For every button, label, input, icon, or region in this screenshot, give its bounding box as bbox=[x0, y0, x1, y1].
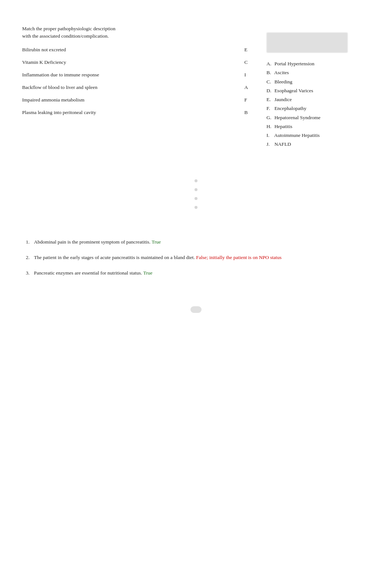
match-answer: A bbox=[244, 84, 252, 90]
tf-list: 1. Abdominal pain is the prominent sympt… bbox=[22, 238, 370, 277]
bottom-dot-area bbox=[22, 306, 370, 313]
dot-3 bbox=[195, 197, 197, 200]
answer-text: Esophageal Varices bbox=[274, 88, 313, 93]
answer-option: D. Esophageal Varices bbox=[267, 87, 370, 94]
redacted-content bbox=[267, 32, 348, 53]
answer-letter: C. bbox=[267, 78, 273, 86]
answer-text: Hepatorenal Syndrome bbox=[274, 115, 320, 120]
answer-option: F. Encephalopathy bbox=[267, 105, 370, 112]
match-row: Impaired ammonia metabolism F bbox=[22, 97, 252, 103]
match-row: Vitamin K Deficiency C bbox=[22, 59, 252, 65]
answer-option: A. Portal Hypertension bbox=[267, 60, 370, 68]
tf-number: 3. bbox=[22, 269, 30, 277]
answer-text: Bleeding bbox=[274, 79, 292, 84]
match-answer: E bbox=[244, 47, 252, 53]
tf-item: 2. The patient in the early stages of ac… bbox=[22, 254, 370, 261]
matching-right: A. Portal HypertensionB. AscitesC. Bleed… bbox=[267, 25, 370, 150]
match-row: Backflow of blood to liver and spleen A bbox=[22, 84, 252, 90]
match-row: Plasma leaking into peritoneal cavity B bbox=[22, 110, 252, 115]
dot-1 bbox=[195, 179, 197, 182]
answer-letter: G. bbox=[267, 114, 273, 121]
answer-option: H. Hepatitis bbox=[267, 123, 370, 130]
answer-text: Portal Hypertension bbox=[274, 61, 314, 66]
answer-text: Jaundice bbox=[274, 97, 292, 102]
tf-number: 1. bbox=[22, 238, 30, 246]
answer-option: C. Bleeding bbox=[267, 78, 370, 86]
answer-text: NAFLD bbox=[274, 141, 291, 147]
tf-section: 1. Abdominal pain is the prominent sympt… bbox=[22, 238, 370, 277]
answer-option: G. Hepatorenal Syndrome bbox=[267, 114, 370, 121]
dot-4 bbox=[195, 206, 197, 209]
tf-answer: False; initially the patient is on NPO s… bbox=[196, 255, 281, 260]
answer-option: E. Jaundice bbox=[267, 96, 370, 103]
answer-option: I. Autoimmune Hepatitis bbox=[267, 132, 370, 139]
answer-letter: E. bbox=[267, 96, 273, 103]
answer-letter: A. bbox=[267, 60, 273, 68]
answer-text: Ascites bbox=[274, 70, 289, 75]
matching-instruction: Match the proper pathophysiologic descri… bbox=[22, 25, 252, 40]
tf-text: Abdominal pain is the prominent symptom … bbox=[34, 238, 370, 246]
match-description: Plasma leaking into peritoneal cavity bbox=[22, 110, 240, 115]
tf-item: 1. Abdominal pain is the prominent sympt… bbox=[22, 238, 370, 246]
matching-section: Match the proper pathophysiologic descri… bbox=[22, 25, 370, 150]
tf-item: 3. Pancreatic enzymes are essential for … bbox=[22, 269, 370, 277]
tf-text: Pancreatic enzymes are essential for nut… bbox=[34, 269, 370, 277]
answer-letter: J. bbox=[267, 141, 273, 148]
dot-2 bbox=[195, 188, 197, 191]
tf-text: The patient in the early stages of acute… bbox=[34, 254, 370, 261]
match-row: Bilirubin not excreted E bbox=[22, 47, 252, 53]
divider-area bbox=[22, 165, 370, 224]
tf-answer: True bbox=[143, 270, 152, 276]
match-description: Vitamin K Deficiency bbox=[22, 59, 240, 65]
match-rows-container: Bilirubin not excreted E Vitamin K Defic… bbox=[22, 47, 252, 115]
answer-letter: D. bbox=[267, 87, 273, 94]
match-description: Bilirubin not excreted bbox=[22, 47, 240, 53]
match-answer: B bbox=[244, 110, 252, 115]
match-answer: I bbox=[244, 72, 252, 78]
answer-text: Hepatitis bbox=[274, 124, 292, 129]
match-row: Inflammation due to immune response I bbox=[22, 72, 252, 78]
matching-left: Match the proper pathophysiologic descri… bbox=[22, 25, 252, 150]
match-description: Backflow of blood to liver and spleen bbox=[22, 84, 240, 90]
match-answer: C bbox=[244, 59, 252, 65]
answer-list: A. Portal HypertensionB. AscitesC. Bleed… bbox=[267, 60, 370, 148]
answer-option: J. NAFLD bbox=[267, 141, 370, 148]
answer-letter: H. bbox=[267, 123, 273, 130]
answer-text: Encephalopathy bbox=[274, 106, 306, 111]
tf-number: 2. bbox=[22, 254, 30, 261]
bottom-dot bbox=[190, 306, 202, 313]
answer-letter: F. bbox=[267, 105, 273, 112]
answer-letter: I. bbox=[267, 132, 273, 139]
match-answer: F bbox=[244, 97, 252, 103]
match-description: Impaired ammonia metabolism bbox=[22, 97, 240, 103]
tf-answer: True bbox=[152, 239, 161, 245]
match-description: Inflammation due to immune response bbox=[22, 72, 240, 78]
answer-letter: B. bbox=[267, 69, 273, 76]
answer-text: Autoimmune Hepatitis bbox=[274, 132, 320, 138]
answer-option: B. Ascites bbox=[267, 69, 370, 76]
